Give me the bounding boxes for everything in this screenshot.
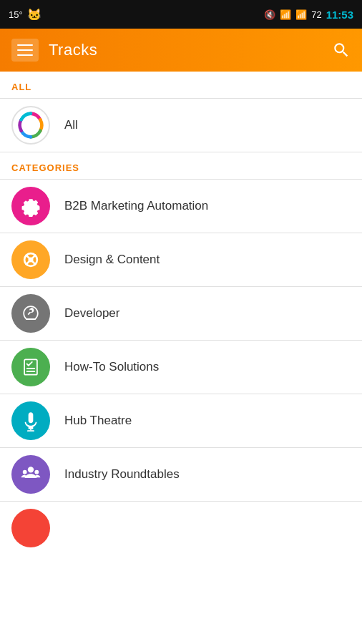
b2b-label: B2B Marketing Automation bbox=[64, 199, 208, 213]
battery-level: 72 bbox=[311, 9, 321, 20]
svg-rect-6 bbox=[24, 359, 37, 374]
design-label: Design & Content bbox=[64, 253, 160, 267]
list-item-industry[interactable]: Industry Roundtables bbox=[0, 448, 362, 502]
svg-point-12 bbox=[23, 470, 27, 474]
svg-point-11 bbox=[28, 467, 34, 472]
checklist-icon bbox=[19, 356, 42, 379]
app-title: Tracks bbox=[49, 41, 97, 59]
all-label: All bbox=[64, 118, 78, 132]
hamburger-line-2 bbox=[17, 49, 33, 51]
hamburger-line-3 bbox=[17, 54, 33, 56]
list-item-developer[interactable]: Developer bbox=[0, 287, 362, 341]
icon-more-partial bbox=[11, 509, 50, 547]
list-item-b2b[interactable]: B2B Marketing Automation bbox=[0, 180, 362, 233]
section-header-categories: CATEGORIES bbox=[0, 152, 362, 180]
menu-button[interactable] bbox=[11, 39, 39, 62]
svg-point-13 bbox=[34, 470, 39, 474]
search-button[interactable] bbox=[332, 41, 351, 59]
icon-howto bbox=[11, 348, 50, 386]
all-ring-icon bbox=[16, 111, 45, 140]
svg-rect-10 bbox=[27, 430, 34, 431]
gear-icon bbox=[19, 195, 42, 218]
temperature: 15° bbox=[9, 9, 23, 20]
speedometer-icon bbox=[19, 302, 42, 325]
group-icon bbox=[20, 464, 41, 485]
app-bar: Tracks bbox=[0, 29, 362, 72]
list-item-howto[interactable]: How-To Solutions bbox=[0, 341, 362, 394]
section-header-all: ALL bbox=[0, 72, 362, 99]
svg-rect-5 bbox=[26, 318, 36, 320]
time-display: 11:53 bbox=[326, 9, 353, 21]
list-item-hub[interactable]: Hub Theatre bbox=[0, 394, 362, 448]
icon-b2b bbox=[11, 187, 50, 225]
icon-developer bbox=[11, 294, 50, 333]
list-item-all[interactable]: All bbox=[0, 99, 362, 152]
status-right: 🔇 📶 📶 72 11:53 bbox=[264, 9, 353, 21]
search-icon bbox=[332, 41, 351, 59]
hamburger-line-1 bbox=[17, 44, 33, 46]
icon-design bbox=[11, 240, 50, 279]
svg-point-4 bbox=[28, 257, 33, 262]
mute-icon: 🔇 bbox=[264, 9, 275, 20]
status-left: 15° 🐱 bbox=[9, 8, 41, 21]
status-bar: 15° 🐱 🔇 📶 📶 72 11:53 bbox=[0, 0, 362, 29]
design-icon bbox=[19, 248, 42, 271]
industry-label: Industry Roundtables bbox=[64, 467, 180, 482]
hub-label: Hub Theatre bbox=[64, 414, 132, 428]
svg-rect-9 bbox=[30, 429, 31, 431]
icon-industry bbox=[11, 455, 50, 494]
developer-label: Developer bbox=[64, 306, 120, 321]
app-icon: 🐱 bbox=[27, 8, 41, 21]
content-area: ALL All CATEGORIES B2B Mark bbox=[0, 72, 362, 644]
list-item-design[interactable]: Design & Content bbox=[0, 233, 362, 287]
icon-hub bbox=[11, 401, 50, 440]
signal-icon: 📶 bbox=[295, 9, 307, 20]
hub-icon bbox=[20, 410, 41, 431]
icon-all bbox=[11, 106, 50, 145]
list-item-partial[interactable] bbox=[0, 502, 362, 555]
wifi-icon: 📶 bbox=[280, 9, 291, 20]
app-bar-left: Tracks bbox=[11, 39, 97, 62]
howto-label: How-To Solutions bbox=[64, 360, 159, 374]
